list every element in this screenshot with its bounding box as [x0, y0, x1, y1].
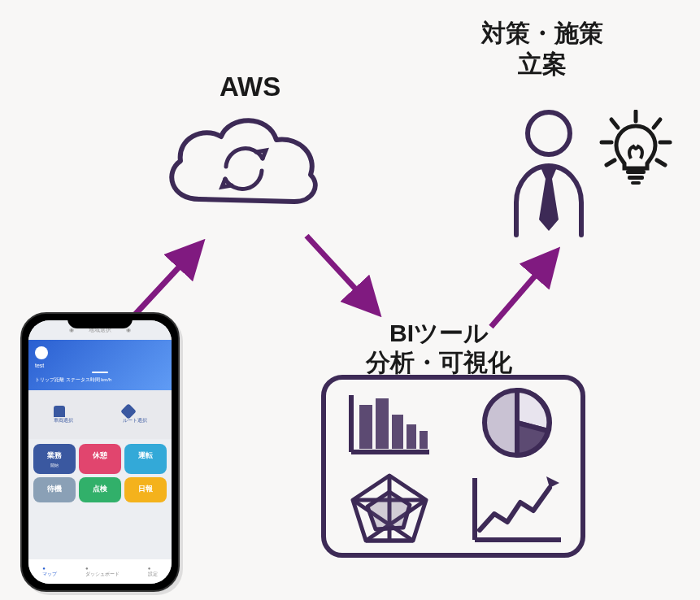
aws-label: AWS [220, 72, 280, 102]
nav-item-1[interactable]: ●ダッシュボード [85, 566, 120, 578]
svg-rect-23 [420, 431, 428, 449]
phone-tile-5[interactable]: 日報 [124, 477, 167, 502]
topbar-right-icon: ◉ [126, 327, 131, 333]
plan-line2: 立案 [481, 49, 603, 80]
svg-rect-15 [628, 176, 644, 180]
svg-line-13 [657, 160, 665, 165]
phone-user: test [35, 363, 165, 368]
phone-stat-labels: トリップ距離 ステータス時間 km/h [35, 376, 111, 384]
nav-item-2[interactable]: ●設定 [148, 566, 158, 578]
phone-header-card: test トリップ距離 ステータス時間 km/h [28, 340, 172, 390]
car-icon [54, 406, 65, 417]
line-chart-icon [454, 467, 581, 554]
phone-tile-1[interactable]: 休憩 [79, 444, 121, 474]
svg-line-9 [654, 120, 660, 128]
svg-line-8 [611, 120, 618, 128]
smartphone-mockup: ◉ 地域選択 ◉ test トリップ距離 ステータス時間 km/h 車両選択 ル… [20, 312, 180, 592]
phone-tile-3[interactable]: 待機 [33, 477, 76, 502]
phone-stats-row: トリップ距離 ステータス時間 km/h [35, 376, 165, 384]
phone-tile-grid: 業務開始休憩 運転 待機 点検 日報 [28, 439, 172, 507]
nav-label: ダッシュボード [85, 571, 120, 578]
svg-line-5 [491, 255, 553, 327]
tile-sub: 開始 [37, 463, 72, 467]
svg-point-6 [528, 112, 570, 154]
pie-chart-icon [454, 380, 581, 467]
svg-rect-19 [359, 405, 372, 449]
header-divider [92, 372, 108, 373]
svg-line-12 [607, 160, 615, 165]
svg-line-3 [307, 236, 374, 309]
avatar-icon [35, 346, 48, 359]
tile-label: 点検 [93, 485, 107, 493]
svg-line-1 [134, 247, 198, 315]
tile-label: 日報 [138, 485, 153, 493]
svg-rect-16 [631, 181, 641, 185]
phone-map-row: 車両選択 ルート選択 [28, 390, 172, 439]
plan-line1: 対策・施策 [481, 18, 603, 49]
tile-label: 業務 [47, 451, 62, 459]
svg-rect-14 [626, 170, 646, 174]
phone-notch [67, 314, 133, 328]
phone-tile-2[interactable]: 運転 [124, 444, 167, 474]
phone-tile-4[interactable]: 点検 [79, 477, 121, 502]
map-left-label: 車両選択 [54, 417, 73, 424]
tile-label: 運転 [138, 451, 153, 459]
radar-chart-icon [326, 467, 454, 554]
bar-chart-icon [326, 380, 454, 467]
plan-label: 対策・施策 立案 [481, 18, 603, 79]
arrow-cloud-to-bi [297, 226, 394, 324]
svg-rect-22 [407, 424, 416, 449]
phone-tile-0[interactable]: 業務開始 [33, 444, 76, 474]
bi-tool-line2: 分析・可視化 [366, 348, 512, 377]
svg-rect-20 [376, 398, 389, 449]
phone-bottom-nav: ●マップ●ダッシュボード●設定 [28, 559, 172, 584]
svg-marker-31 [367, 492, 410, 529]
person-icon [508, 109, 589, 239]
lightbulb-icon [595, 110, 676, 191]
cloud-icon [154, 106, 325, 228]
tile-label: 休憩 [93, 451, 107, 459]
bi-panel [321, 375, 585, 558]
nav-label: 設定 [148, 571, 158, 578]
nav-item-0[interactable]: ●マップ [42, 566, 57, 578]
phone-screen: ◉ 地域選択 ◉ test トリップ距離 ステータス時間 km/h 車両選択 ル… [28, 320, 172, 584]
tile-label: 待機 [47, 485, 62, 493]
svg-rect-21 [392, 415, 403, 449]
arrow-bi-to-person [481, 244, 571, 337]
nav-label: マップ [42, 571, 57, 578]
